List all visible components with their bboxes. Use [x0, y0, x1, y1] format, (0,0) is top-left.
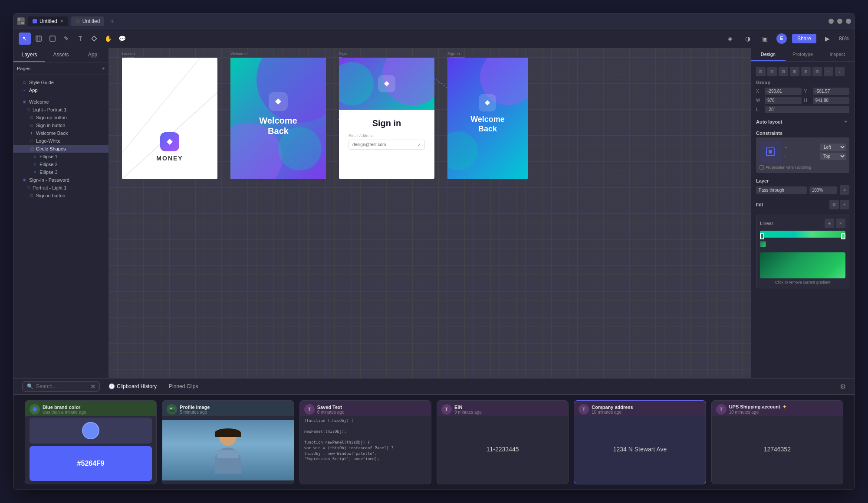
x-value[interactable]: -290.81	[765, 88, 802, 95]
r-value[interactable]: -28°	[765, 106, 849, 113]
clip-header-code: T Saved Text 6 minutes ago	[300, 401, 431, 416]
maximize-button[interactable]	[837, 19, 842, 24]
tab-design[interactable]: Design	[751, 48, 786, 61]
contrast-icon[interactable]: ◑	[742, 33, 754, 45]
play-button[interactable]: ▶	[822, 33, 834, 45]
tab-untitled-2[interactable]: Untitled	[71, 16, 105, 26]
clip-header-ein: T EIN 9 minutes ago	[437, 401, 568, 416]
tab-inspect[interactable]: Inspect	[820, 48, 855, 61]
constraint-h-select[interactable]: Left Right Center Scale	[820, 144, 846, 151]
share-button[interactable]: Share	[792, 34, 816, 43]
close-button[interactable]	[846, 19, 851, 24]
shape-tool[interactable]	[46, 33, 59, 45]
frame-welcome[interactable]: WelcomeBack	[230, 58, 326, 179]
prototype-icon[interactable]: ▣	[759, 33, 771, 45]
svg-rect-4	[33, 19, 37, 23]
sidebar-tab-app[interactable]: App	[77, 48, 108, 62]
layer-light-portrait[interactable]: □ Light - Portrait 1	[13, 106, 108, 114]
gradient-stop-right[interactable]	[841, 233, 845, 239]
clip-code-text: (function (thisObj) { newPanel(thisObj);…	[304, 418, 427, 462]
layer-signin-btn-2[interactable]: □ Sign in button	[13, 192, 108, 199]
zoom-level[interactable]: 86%	[839, 36, 849, 42]
w-label: W	[756, 98, 762, 103]
layer-welcome-section[interactable]: ⊞ Welcome	[13, 98, 108, 106]
canvas-area[interactable]: Launch Screen MONEY	[109, 48, 750, 378]
blend-mode[interactable]: Pass through	[756, 186, 807, 194]
ellipse-icon-3: ○	[33, 170, 38, 175]
pen-tool[interactable]: ✎	[60, 33, 72, 45]
pinned-clips-tab[interactable]: Pinned Clips	[165, 382, 201, 391]
page-label: Style Guide	[29, 80, 54, 85]
text-tool[interactable]: T	[74, 33, 86, 45]
h-value[interactable]: 941.88	[813, 97, 850, 104]
frame-signin-pass[interactable]: WelcomeBack	[447, 58, 528, 179]
align-top[interactable]: ⊞	[790, 67, 799, 76]
gradient-type: Linear	[760, 221, 773, 226]
fix-scroll-checkbox[interactable]	[760, 165, 764, 170]
clip-saved-text[interactable]: T Saved Text 6 minutes ago (function (th…	[299, 400, 431, 484]
autolayout-add[interactable]: +	[842, 118, 849, 125]
gradient-close-icon[interactable]: ✕	[836, 219, 845, 228]
layer-signup[interactable]: □ Sign up button	[13, 114, 108, 121]
distribute-h[interactable]: ↔	[824, 67, 833, 76]
clip-blue-brand-color[interactable]: Blue brand color less than a minute ago …	[25, 400, 157, 484]
page-app[interactable]: ✓ App	[13, 86, 108, 94]
layer-portrait-light[interactable]: □ Portrait - Light 1	[13, 184, 108, 192]
clip-ein[interactable]: T EIN 9 minutes ago 11-2233445	[437, 400, 569, 484]
frame-tool[interactable]	[33, 33, 45, 45]
frame-signin[interactable]: Sign in Email Address design@test.com ✓	[339, 58, 434, 179]
opacity-value[interactable]: 100%	[809, 186, 837, 194]
tab-label-2: Untitled	[82, 18, 100, 24]
clip-company-address[interactable]: T Company address 10 minutes ago 1234 N …	[574, 400, 706, 484]
layer-signin-pass-section[interactable]: ⊞ Sign-In - Password	[13, 176, 108, 184]
gradient-stop-left[interactable]	[760, 233, 764, 239]
constraint-v-select[interactable]: Top Bottom Center Scale	[820, 153, 846, 160]
tab-close-1[interactable]: ✕	[60, 19, 63, 23]
minimize-button[interactable]	[829, 19, 834, 24]
layer-logo-white[interactable]: □ Logo-White	[13, 137, 108, 145]
w-value[interactable]: 970	[765, 97, 802, 104]
align-right[interactable]: ⊟	[779, 67, 788, 76]
frame-launch[interactable]: MONEY	[122, 58, 217, 179]
align-middle[interactable]: ⊞	[801, 67, 811, 76]
search-input[interactable]	[36, 383, 88, 389]
component-tool[interactable]	[88, 33, 100, 45]
page-style-guide[interactable]: □ Style Guide	[13, 78, 108, 86]
align-left[interactable]: ⊟	[756, 67, 766, 76]
fill-adjust-icon[interactable]: ⊠	[829, 200, 839, 209]
clipboard-history-tab[interactable]: 🕐 Clipboard History	[105, 382, 160, 391]
clip-header-image: Profile image 5 minutes ago	[162, 401, 293, 416]
move-tool[interactable]: ↖	[19, 33, 31, 45]
layer-extra-icon[interactable]: ≡	[840, 185, 849, 195]
distribute-v[interactable]: ↕	[835, 67, 845, 76]
settings-icon[interactable]: ⚙	[840, 382, 846, 391]
layer-circle-shapes[interactable]: ◻ Circle Shapes	[13, 145, 108, 153]
align-bottom[interactable]: ⊞	[812, 67, 822, 76]
sidebar-tab-layers[interactable]: Layers	[13, 48, 45, 62]
clip-profile-image[interactable]: Profile image 5 minutes ago	[162, 400, 294, 484]
gradient-edit-icon[interactable]: ◈	[825, 219, 834, 228]
comment-tool[interactable]: 💬	[116, 33, 128, 45]
layer-welcome-back-text[interactable]: T Welcome Back	[13, 129, 108, 137]
frame-welcome-label: Welcome	[230, 52, 247, 56]
hand-tool[interactable]: ✋	[102, 33, 114, 45]
page-icon-2: ✓	[22, 88, 27, 93]
sidebar-tab-assets[interactable]: Assets	[45, 48, 77, 62]
y-value[interactable]: -581.57	[813, 88, 850, 95]
layer-ellipse-2[interactable]: ○ Ellipse 2	[13, 160, 108, 168]
layer-ellipse-3[interactable]: ○ Ellipse 3	[13, 168, 108, 176]
group-icon: ◻	[29, 146, 34, 151]
xy-row: X -290.81 Y -581.57	[756, 88, 849, 95]
tab-untitled-1[interactable]: Untitled ✕	[28, 16, 68, 26]
tab-add-button[interactable]: +	[108, 17, 116, 26]
clip-ups-shipping[interactable]: T UPS Shipping account ✦ 10 minutes ago …	[711, 400, 843, 484]
tab-prototype[interactable]: Prototype	[786, 48, 820, 61]
mask-icon[interactable]: ◈	[724, 33, 736, 45]
pages-add-button[interactable]: +	[102, 65, 105, 72]
gradient-stop-indicator[interactable]	[760, 241, 766, 247]
fill-add-icon[interactable]: +	[840, 200, 849, 209]
autolayout-header: Auto layout +	[756, 118, 849, 125]
layer-ellipse-1[interactable]: ○ Ellipse 1	[13, 153, 108, 160]
layer-signin-btn[interactable]: □ Sign in button	[13, 121, 108, 129]
align-center-h[interactable]: ⊟	[767, 67, 777, 76]
